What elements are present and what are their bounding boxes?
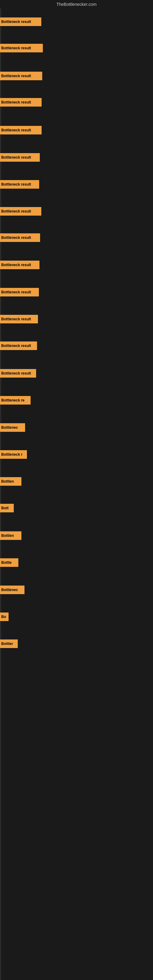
bottleneck-bar: Bottleneck result xyxy=(0,261,40,269)
bottleneck-bar: Bottlen xyxy=(0,531,21,540)
bottleneck-bar: Bottleneck result xyxy=(0,126,41,134)
bottleneck-bar: Bottleneck result xyxy=(0,72,42,80)
bottleneck-bar: Bottlenec xyxy=(0,423,25,432)
bottleneck-bar: Bottleneck result xyxy=(0,288,39,296)
bottleneck-bar: Bottleneck result xyxy=(0,342,37,350)
bottleneck-bar: Bottleneck result xyxy=(0,44,43,52)
bottleneck-bar: Bottle xyxy=(0,558,18,567)
bottleneck-bar: Bott xyxy=(0,504,14,512)
bottleneck-bar: Bottleneck result xyxy=(0,369,36,378)
bottleneck-bar: Bottler xyxy=(0,640,18,648)
bottleneck-bar: Bottleneck result xyxy=(0,18,41,26)
bottleneck-bar: Bottleneck result xyxy=(0,180,39,189)
bottleneck-bar: Bottlenec xyxy=(0,585,24,594)
bottleneck-bar: Bottleneck re xyxy=(0,396,30,404)
bottleneck-bar: Bottleneck result xyxy=(0,207,41,216)
bottleneck-bar: Bo xyxy=(0,612,9,621)
bottleneck-bar: Bottleneck result xyxy=(0,315,38,323)
bottleneck-bar: Bottlen xyxy=(0,477,21,486)
chart-area: TheBottlenecker.com Bottleneck resultBot… xyxy=(0,0,153,980)
bottleneck-bar: Bottleneck result xyxy=(0,98,41,107)
site-title: TheBottlenecker.com xyxy=(0,0,153,9)
bottleneck-bar: Bottleneck result xyxy=(0,153,40,162)
bottleneck-bar: Bottleneck result xyxy=(0,233,40,242)
bottleneck-bar: Bottleneck r xyxy=(0,450,27,459)
